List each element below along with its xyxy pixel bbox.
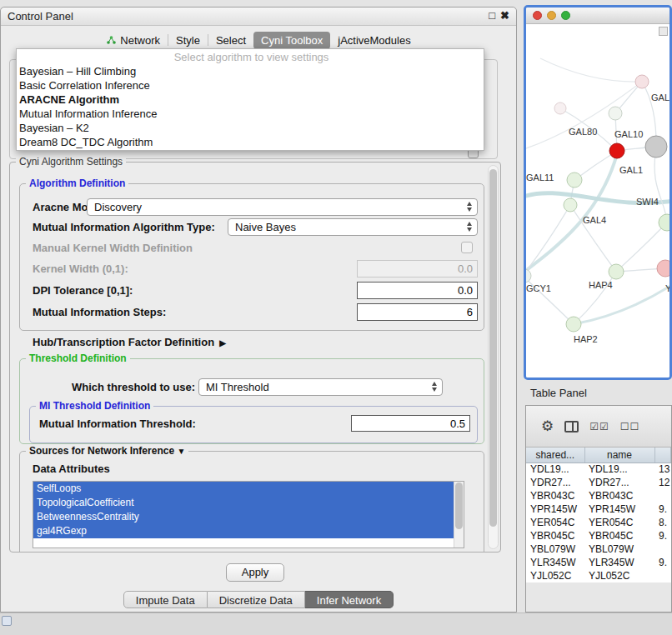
list-item[interactable]: BetweennessCentrality bbox=[33, 510, 454, 524]
dropdown-placeholder: Select algorithm to view settings bbox=[17, 50, 484, 64]
network-node[interactable] bbox=[554, 102, 566, 114]
scrollbar-thumb[interactable] bbox=[489, 169, 497, 527]
collapse-right-icon: ▶ bbox=[219, 338, 226, 348]
network-node[interactable] bbox=[635, 75, 649, 88]
tab-network[interactable]: Network bbox=[98, 32, 168, 49]
table-row[interactable]: YJL052CYJL052C bbox=[526, 569, 671, 582]
network-canvas[interactable]: GAL GAL80 GAL10 GAL11 GAL1 SWI4 GAL4 GCY… bbox=[526, 24, 669, 379]
kernel-width-input[interactable] bbox=[357, 260, 478, 278]
network-node[interactable] bbox=[657, 260, 669, 277]
control-panel-title: Control Panel bbox=[8, 10, 73, 22]
network-node[interactable] bbox=[566, 317, 581, 332]
dropdown-item[interactable]: Mutual Information Inference bbox=[17, 107, 484, 121]
manual-kernel-checkbox[interactable] bbox=[461, 242, 473, 253]
list-scrollbar[interactable] bbox=[454, 482, 464, 548]
threshold-definition-title: Threshold Definition bbox=[26, 352, 130, 364]
network-node[interactable] bbox=[645, 136, 667, 158]
column-header[interactable] bbox=[654, 448, 671, 462]
close-icon[interactable]: ✖ bbox=[500, 9, 509, 22]
table-row[interactable]: YBR045CYBR045C9. bbox=[526, 529, 671, 542]
sources-title: Sources for Network Inference bbox=[29, 445, 174, 457]
minimized-panel-icon[interactable] bbox=[2, 616, 12, 626]
dropdown-item-selected[interactable]: ARACNE Algorithm bbox=[17, 92, 484, 107]
dropdown-item[interactable]: Bayesian – K2 bbox=[17, 121, 484, 135]
deselect-all-icon[interactable]: ☐☐ bbox=[620, 421, 640, 432]
column-header[interactable]: name bbox=[584, 448, 654, 462]
apply-button[interactable]: Apply bbox=[226, 563, 284, 582]
table-row[interactable]: YLR345WYLR345W9. bbox=[526, 556, 671, 569]
scrollbar-thumb[interactable] bbox=[455, 482, 463, 529]
network-icon bbox=[106, 36, 117, 45]
threshold-select-value: MI Threshold bbox=[206, 381, 269, 393]
combo-arrows-icon bbox=[467, 202, 472, 212]
tab-jactivemodules[interactable]: jActiveModules bbox=[330, 32, 418, 49]
network-node[interactable] bbox=[659, 214, 669, 231]
node-label: Y bbox=[665, 283, 669, 293]
dpi-tolerance-input[interactable] bbox=[357, 282, 478, 299]
sources-section-toggle[interactable]: Sources for Network Inference ▼ bbox=[26, 445, 188, 457]
node-label: GCY1 bbox=[526, 283, 551, 293]
column-header[interactable]: shared... bbox=[526, 448, 584, 462]
list-item[interactable]: gal4RGexp bbox=[33, 524, 454, 538]
tab-style[interactable]: Style bbox=[168, 32, 208, 49]
mi-steps-input[interactable] bbox=[357, 303, 478, 321]
tab-select-label: Select bbox=[216, 34, 246, 47]
column-layout-icon[interactable] bbox=[564, 421, 579, 432]
tab-infer-network[interactable]: Infer Network bbox=[305, 591, 394, 608]
tab-impute-data[interactable]: Impute Data bbox=[123, 591, 208, 608]
dpi-tolerance-label: DPI Tolerance [0,1]: bbox=[33, 282, 133, 299]
table-row[interactable]: YDL19...YDL19...13 bbox=[526, 462, 671, 476]
unchecked-box-icon: ☐ bbox=[620, 421, 630, 432]
table-panel-window: ⚙ ☑☑ ☐☐ shared... name YDL19...YDL19...1… bbox=[525, 405, 672, 612]
dropdown-item[interactable]: Bayesian – Hill Climbing bbox=[17, 64, 484, 78]
checked-box-icon: ☑ bbox=[589, 421, 599, 432]
network-node[interactable] bbox=[609, 107, 622, 120]
network-node[interactable] bbox=[567, 172, 582, 188]
list-item[interactable]: SelfLoops bbox=[33, 482, 454, 496]
status-strip bbox=[0, 612, 672, 635]
canvas-corner-widget[interactable] bbox=[659, 27, 668, 36]
hub-section-toggle[interactable]: Hub/Transcription Factor Definition▶ bbox=[33, 333, 226, 352]
network-node[interactable] bbox=[609, 264, 624, 279]
bottom-tabs: Impute Data Discretize Data Infer Networ… bbox=[1, 591, 516, 608]
tab-network-label: Network bbox=[120, 34, 160, 47]
table-row[interactable]: YER054CYER054C8. bbox=[526, 516, 671, 529]
node-label: HAP2 bbox=[574, 334, 598, 344]
gear-icon[interactable]: ⚙ bbox=[541, 418, 554, 435]
close-traffic-icon[interactable] bbox=[533, 11, 542, 20]
which-threshold-label: Which threshold to use: bbox=[72, 378, 195, 396]
tab-cyni-toolbox[interactable]: Cyni Toolbox bbox=[253, 32, 330, 49]
network-node-gal10[interactable] bbox=[609, 143, 624, 158]
node-label: GAL bbox=[651, 92, 669, 102]
tab-select[interactable]: Select bbox=[208, 32, 253, 49]
dropdown-item[interactable]: Basic Correlation Inference bbox=[17, 78, 484, 92]
table-row[interactable]: YPR145WYPR145W9. bbox=[526, 502, 671, 516]
float-window-icon[interactable]: □ bbox=[489, 9, 495, 22]
collapse-down-icon: ▼ bbox=[177, 447, 185, 456]
settings-scrollbar[interactable] bbox=[488, 165, 499, 549]
mi-algorithm-type-select[interactable]: Naive Bayes bbox=[228, 218, 478, 236]
node-table: shared... name YDL19...YDL19...13 YDR27.… bbox=[526, 448, 671, 582]
tab-discretize-data[interactable]: Discretize Data bbox=[208, 591, 305, 608]
dropdown-item[interactable]: Dream8 DC_TDC Algorithm bbox=[17, 135, 484, 149]
network-graph: GAL GAL80 GAL10 GAL11 GAL1 SWI4 GAL4 GCY… bbox=[526, 24, 669, 379]
table-header-row: shared... name bbox=[526, 448, 671, 462]
aracne-mode-value: Discovery bbox=[94, 201, 142, 213]
minimize-traffic-icon[interactable] bbox=[547, 11, 556, 20]
network-node[interactable] bbox=[564, 198, 577, 212]
mi-threshold-input[interactable] bbox=[351, 415, 470, 432]
table-toolbar: ⚙ ☑☑ ☐☐ bbox=[526, 406, 671, 448]
table-row[interactable]: YDR27...YDR27...12 bbox=[526, 476, 671, 489]
list-item[interactable]: TopologicalCoefficient bbox=[33, 496, 454, 510]
tab-cyni-toolbox-label: Cyni Toolbox bbox=[261, 34, 323, 47]
threshold-select[interactable]: MI Threshold bbox=[198, 378, 443, 396]
mi-threshold-title: MI Threshold Definition bbox=[36, 400, 153, 412]
select-all-icon[interactable]: ☑☑ bbox=[589, 421, 609, 432]
zoom-traffic-icon[interactable] bbox=[561, 11, 570, 20]
table-row[interactable]: YBR043CYBR043C bbox=[526, 489, 671, 502]
table-row[interactable]: YBL079WYBL079W bbox=[526, 542, 671, 556]
node-label: GAL10 bbox=[614, 129, 643, 139]
network-node[interactable] bbox=[526, 269, 531, 282]
aracne-mode-select[interactable]: Discovery bbox=[87, 198, 478, 216]
control-panel-tabs: Network Style Select Cyni Toolbox jActiv… bbox=[1, 30, 516, 50]
